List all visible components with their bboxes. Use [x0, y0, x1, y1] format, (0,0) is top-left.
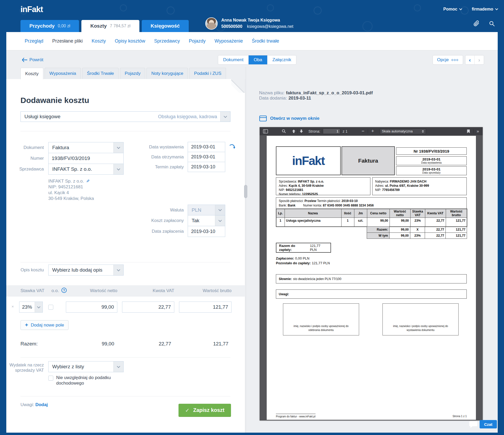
segment-dokument[interactable]: Dokument — [218, 55, 249, 64]
chat-button[interactable]: Czat — [480, 420, 497, 428]
chevron-down-icon — [113, 361, 123, 372]
search-icon[interactable] — [489, 20, 495, 27]
tax-exclude-checkbox[interactable] — [48, 376, 53, 381]
remove-row-icon[interactable]: × — [12, 304, 14, 309]
nav-opisy-kosztow[interactable]: Opisy kosztów — [115, 38, 145, 44]
help-menu[interactable]: Pomoc — [443, 7, 462, 12]
ftab-noty-korygujace[interactable]: Noty korygujące — [146, 68, 188, 79]
copy-date-icon[interactable] — [229, 143, 236, 151]
razem-brutto: 121,77 — [176, 341, 228, 347]
data-otrzymania-input[interactable] — [188, 152, 225, 162]
nav-koszty[interactable]: Koszty — [92, 38, 106, 44]
user-email: ksiegowa@ksiegowa.net — [247, 24, 293, 29]
chat-bubble-icon[interactable] — [469, 421, 478, 429]
back-button[interactable]: Powrót — [22, 57, 43, 63]
paperclip-icon[interactable] — [473, 20, 480, 27]
account-menu[interactable]: firmademo — [472, 7, 498, 12]
search-icon[interactable] — [282, 129, 286, 133]
nav-wyposazenie[interactable]: Wyposażenie — [214, 38, 243, 44]
seller-details: INFAKT Sp. z o.o.✎ NIP: 9452121681 ul. K… — [48, 178, 94, 201]
page-fold — [231, 79, 245, 93]
toolbar-more-icon[interactable]: » — [477, 129, 479, 134]
wydatek-select[interactable]: Wybierz z listy — [48, 361, 124, 372]
sale-date-value: 2019-03-01 — [422, 167, 440, 171]
zoom-in-icon[interactable]: + — [370, 128, 376, 134]
bookmark-icon[interactable] — [467, 129, 470, 133]
uwagi-add-link[interactable]: Dodaj — [35, 402, 48, 407]
dokument-label: Dokument — [6, 142, 44, 153]
vat-rate-value: 23% — [19, 302, 35, 312]
ftab-pojazdy[interactable]: Pojazdy — [120, 68, 145, 79]
category-select[interactable]: Usługi księgowe Obsługa księgowa, kadrow… — [20, 111, 230, 122]
divider — [20, 131, 230, 131]
page-up-icon[interactable] — [292, 129, 296, 133]
opis-select[interactable]: Wybierz lub dodaj opis — [48, 265, 124, 276]
chevron-down-icon — [35, 302, 43, 312]
invoice-summary-table: Razem: 99,00 X 22,77 121,77 W tym 99,00 … — [367, 226, 467, 239]
ftab-srodki-trwale[interactable]: Środki Trwałe — [82, 68, 119, 79]
invoice-amount-in-words: Słownie:sto dwadzieścia jeden PLN 77/100 — [276, 274, 467, 283]
chevron-down-icon — [495, 7, 498, 10]
chevron-down-icon — [220, 112, 230, 122]
open-new-window-link[interactable]: Otwórz w nowym oknie — [259, 115, 319, 122]
tax-exclude-label[interactable]: Nie uwzględniaj do podatku dochodowego — [56, 375, 119, 386]
pane-resize-handle[interactable] — [244, 185, 247, 198]
invoice-items-table: Lp.NazwaIlośćJmCena nettoWartość nettoSt… — [276, 209, 467, 227]
termin-zaplaty-input[interactable] — [188, 162, 225, 172]
open-new-window-label: Otwórz w nowym oknie — [270, 116, 319, 121]
brutto-input[interactable] — [179, 302, 232, 313]
page-down-icon[interactable] — [300, 129, 303, 133]
vat-rate-select[interactable]: 23% — [19, 302, 43, 313]
check-icon: ✓ — [185, 407, 190, 413]
opis-value: Wybierz lub dodaj opis — [49, 265, 113, 275]
nav-pojazdy[interactable]: Pojazdy — [189, 38, 206, 44]
issue-date-value: 2019-03-01 — [422, 157, 440, 161]
page-number-input[interactable] — [323, 128, 340, 134]
infakt-logo[interactable]: inFakt — [20, 5, 43, 14]
summary-razem-row: Razem: 99,00 X 22,77 121,77 — [367, 227, 467, 233]
zoom-out-icon[interactable]: − — [360, 128, 366, 134]
chevron-down-icon — [113, 265, 123, 275]
edit-icon[interactable]: ✎ — [86, 178, 90, 184]
oo-checkbox[interactable] — [48, 305, 53, 310]
back-label: Powrót — [29, 57, 43, 63]
razem-label: Razem: — [20, 341, 38, 347]
sidebar-toggle-icon[interactable] — [263, 129, 268, 133]
tab-ksiegowosc[interactable]: Księgowość — [142, 20, 189, 32]
vat-input[interactable] — [122, 302, 174, 313]
invoice-payment: Sposób płatności: Przelew Termin płatnoś… — [276, 197, 467, 209]
vat-header-band: Stawka VAT o.o. ? Wartość netto Kwota VA… — [6, 285, 245, 297]
divider — [20, 262, 230, 262]
waluta-select[interactable]: PLN — [188, 205, 225, 215]
user-phone: 500500500 — [221, 24, 242, 29]
tab-koszty[interactable]: Koszty 7 784,57 zł — [81, 20, 139, 32]
form-tabs: Koszty Wyposażenia Środki Trwałe Pojazdy… — [20, 68, 226, 79]
invoice-footer-left: Program do faktur - www.inFakt.pl — [276, 414, 316, 418]
scale-select[interactable]: Skala automatyczna — [380, 128, 426, 134]
data-wystawienia-input[interactable] — [188, 142, 225, 152]
seller-name: INFAKT Sp. z o.o. — [48, 179, 84, 184]
save-cost-button[interactable]: ✓ Zapisz koszt — [178, 404, 231, 417]
ftab-koszty[interactable]: Koszty — [20, 68, 43, 79]
col-wartosc-brutto: Wartość brutto — [179, 288, 232, 293]
signature-box-receiver: imię, nazwisko i podpis osoby upoważnion… — [283, 303, 359, 335]
invoice-sale-date: 2019-03-01 Data sprzedaży — [396, 166, 467, 175]
nav-przeslane-pliki[interactable]: Przesłane pliki — [52, 38, 83, 44]
ftab-wyposazenia[interactable]: Wyposażenia — [45, 68, 81, 79]
pdf-viewer: Strona: z 1 − + Skala automatyczna — [260, 127, 483, 421]
chevron-down-icon — [459, 7, 462, 10]
invoice-footer-right: Strona 1 z 1 — [453, 415, 467, 418]
summary-wtym-row: W tym 99,00 23% 22,77 121,77 — [367, 233, 467, 239]
koszt-zaplacony-select[interactable]: Tak — [188, 215, 225, 226]
data-zaplacenia-input[interactable] — [188, 226, 225, 237]
tab-przychody[interactable]: Przychody 0,00 zł — [20, 20, 79, 32]
nav-sprzedawcy[interactable]: Sprzedawcy — [154, 38, 180, 44]
netto-input[interactable] — [66, 302, 117, 313]
nav-przeglad[interactable]: Przegląd — [25, 38, 43, 44]
sprzedawca-label: Sprzedawca — [6, 164, 44, 175]
page-total: z 1 — [343, 129, 348, 133]
ftab-podatki-zus[interactable]: Podatki i ZUS — [189, 68, 226, 79]
signature-box-issuer: imię, nazwisko i podpis osoby upoważnion… — [382, 303, 459, 335]
add-row-button[interactable]: + Dodaj nowe pole — [20, 320, 69, 330]
data-wystawienia-label: Data wystawienia — [111, 142, 184, 152]
